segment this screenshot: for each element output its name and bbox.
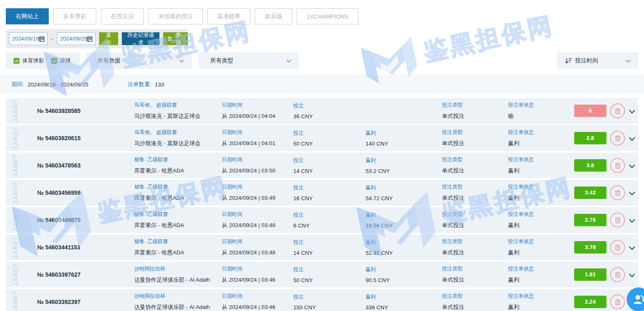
calendar-icon — [39, 36, 45, 42]
tab-on-site[interactable]: 在网站上 — [6, 8, 49, 24]
expand-row-chevron[interactable] — [629, 217, 635, 225]
bet-history-list: 1XBET № 54603928585 马耳他。 超级联赛 马沙斯洛克 - 莫斯… — [0, 98, 644, 311]
bet-id: № 54603456959 — [37, 189, 81, 196]
win-value: 90.5 CNY — [366, 277, 390, 283]
bet-count-label: 注单数量: — [128, 81, 152, 88]
all-types-select[interactable]: 所有类型 — [199, 53, 299, 69]
delete-bet-button[interactable] — [610, 185, 625, 200]
sport-betting-checkbox[interactable]: 体育博彩 — [14, 57, 44, 65]
trash-icon — [615, 190, 620, 196]
expand-row-chevron[interactable] — [629, 272, 635, 279]
delete-bet-button[interactable] — [610, 294, 625, 309]
bet-value: 6 CNY — [293, 222, 310, 229]
win-label: 赢利 — [366, 266, 390, 273]
delete-bet-button[interactable] — [610, 240, 625, 255]
live-label: 滚球 — [60, 57, 71, 65]
bet-label: 投注 — [293, 103, 313, 110]
bet-value: 14 CNY — [293, 168, 313, 174]
bet-type-label: 投注类型 — [442, 184, 464, 191]
date-range-separator: - — [51, 35, 53, 43]
checkbox-panel: 体育博彩 滚球 — [6, 53, 80, 69]
date-column: 日期时间 从 2024/09/24 | 03:50 — [222, 156, 276, 175]
delete-button-label: 删除 — [174, 31, 183, 46]
win-label: 赢利 — [366, 294, 388, 301]
win-amount-column: 赢利 16.56 CNY — [366, 212, 393, 229]
win-label: 赢利 — [366, 157, 390, 164]
bet-type-label: 投注类型 — [442, 156, 464, 163]
league-link[interactable]: 秘鲁. 乙级联赛 — [134, 156, 184, 163]
bet-type-column: 投注类型 单式投注 — [442, 129, 464, 147]
tab-betting-shop[interactable]: 在投注店 — [101, 8, 144, 24]
delete-bet-button[interactable] — [610, 131, 625, 146]
sort-descending-icon — [565, 58, 572, 64]
chevron-down-icon — [629, 191, 635, 196]
bet-status-label: 投注单状态 — [508, 129, 534, 136]
league-link[interactable]: 秘鲁. 乙级联赛 — [134, 238, 184, 245]
date-value: 从 2024/09/24 | 03:46 — [222, 276, 276, 284]
tab-casino[interactable]: 娱乐场 — [255, 8, 292, 24]
chevron-down-icon — [629, 164, 635, 168]
bet-status-label: 投注单状态 — [508, 156, 534, 163]
league-link[interactable]: 秘鲁. 乙级联赛 — [134, 184, 184, 191]
tab-1xchampions[interactable]: 1XCHAMPIONS — [297, 8, 359, 24]
trash-icon — [615, 135, 620, 141]
league-link[interactable]: 沙特阿拉伯杯 — [134, 293, 210, 300]
all-types-select-value: 所有类型 — [210, 57, 233, 65]
brand-watermark: 1XBET — [12, 291, 19, 311]
bet-status-column: 投注单状态 赢利 — [508, 238, 534, 256]
event-column: 沙特阿拉伯杯 达曼协作足球俱乐部 - Al Adalh — [134, 266, 210, 284]
bet-type-value: 单式投注 — [442, 112, 464, 120]
bet-type-value: 单式投注 — [442, 140, 464, 147]
trash-icon — [615, 272, 620, 278]
coefficient-badge: 1.81 — [574, 268, 606, 281]
bet-status-label: 投注单状态 — [508, 211, 534, 218]
bet-value: 50 CNY — [293, 277, 313, 283]
bet-type-label: 投注类型 — [442, 102, 464, 109]
delete-bet-button[interactable] — [610, 213, 625, 227]
expand-row-chevron[interactable] — [629, 108, 635, 115]
chevron-down-icon — [629, 137, 635, 141]
coefficient-badge: 3.42 — [574, 187, 606, 199]
bet-status-value: 赢利 — [508, 194, 534, 202]
date-to-input[interactable]: 2024/09/25 — [57, 32, 95, 45]
chevron-down-icon — [629, 219, 635, 223]
bet-status-value: 赢利 — [508, 304, 534, 311]
delete-bet-button[interactable] — [610, 103, 625, 118]
filter-row: 体育博彩 滚球 所有数据 所有类型 投注时间 — [6, 53, 638, 69]
league-link[interactable]: 马耳他。 超级联赛 — [134, 129, 201, 136]
sort-by-bet-time-select[interactable]: 投注时间 — [557, 53, 638, 69]
bet-status-column: 投注单状态 赢利 — [508, 293, 534, 311]
expand-row-chevron[interactable] — [629, 135, 635, 143]
match-name: 马沙斯洛克 - 莫斯达足球会 — [134, 112, 201, 120]
delete-button[interactable]: 删除 — [163, 32, 188, 45]
bet-status-column: 投注单状态 赢利 — [508, 156, 534, 175]
win-value: 54.72 CNY — [366, 195, 393, 201]
tab-benchmark-odds[interactable]: 基准赔率 — [207, 8, 250, 24]
league-link[interactable]: 秘鲁. 乙级联赛 — [134, 211, 184, 218]
live-checkbox[interactable]: 滚球 — [51, 57, 71, 65]
bet-value: 16 CNY — [293, 195, 313, 201]
bet-id: № 54603478563 — [37, 162, 81, 169]
show-button[interactable]: 显示 — [99, 32, 118, 45]
expand-row-chevron[interactable] — [629, 190, 635, 197]
league-link[interactable]: 马耳他。 超级联赛 — [134, 102, 201, 109]
bet-amount-column: 投注 6 CNY — [293, 212, 310, 229]
bet-row: 1XBET № 54603392397 沙特阿拉伯杯 达曼协作足球俱乐部 - A… — [6, 289, 638, 311]
date-column: 日期时间 从 2024/09/24 | 04:04 — [222, 102, 276, 120]
delete-bet-button[interactable] — [610, 158, 625, 173]
delete-bet-button[interactable] — [610, 267, 625, 282]
all-data-select[interactable]: 所有数据 — [86, 53, 192, 69]
date-from-value: 2024/09/19 — [12, 36, 39, 42]
bet-row: 1XBET № 54603397627 沙特阿拉伯杯 达曼协作足球俱乐部 - A… — [6, 262, 638, 287]
event-column: 秘鲁. 乙级联赛 库普索尔 - 哈恩ADA — [134, 184, 184, 202]
tab-unsettled-bets[interactable]: 未结算的投注 — [148, 8, 203, 24]
league-link[interactable]: 沙特阿拉伯杯 — [134, 266, 210, 273]
tab-toto[interactable]: 多多博彩 — [53, 8, 96, 24]
expand-row-chevron[interactable] — [629, 163, 635, 170]
bet-value: 150 CNY — [293, 304, 316, 311]
history-request-button[interactable]: 历史记录请求 — [122, 32, 160, 45]
date-from-input[interactable]: 2024/09/19 — [9, 32, 48, 45]
expand-row-chevron[interactable] — [629, 244, 635, 252]
date-value: 从 2024/09/24 | 04:01 — [222, 140, 276, 147]
date-label: 日期时间 — [222, 238, 276, 245]
